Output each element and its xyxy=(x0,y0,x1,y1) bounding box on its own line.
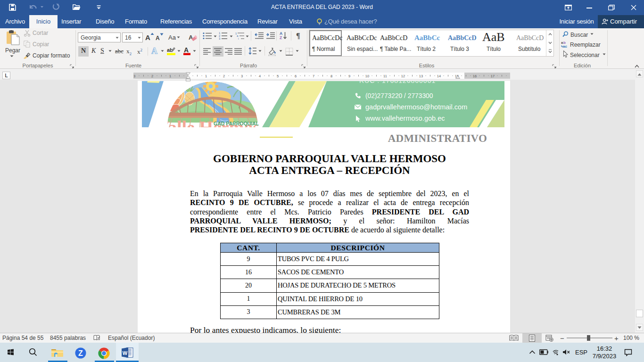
svg-text:8: 8 xyxy=(330,74,332,78)
svg-text:1: 1 xyxy=(205,74,207,78)
svg-text:10: 10 xyxy=(365,74,369,78)
svg-text:ac: ac xyxy=(563,44,567,48)
svg-text:(02)2773220 / 2773300: (02)2773220 / 2773300 xyxy=(365,92,433,99)
svg-text:17: 17 xyxy=(491,74,495,78)
svg-text:2: 2 xyxy=(151,74,153,78)
svg-text:12: 12 xyxy=(401,74,405,78)
svg-text:13: 13 xyxy=(419,74,423,78)
svg-text:7: 7 xyxy=(313,74,314,78)
svg-text:9: 9 xyxy=(348,74,350,78)
svg-text:2: 2 xyxy=(223,74,225,78)
svg-text:GAD PARROQUIAL: GAD PARROQUIAL xyxy=(214,121,259,126)
svg-text:A: A xyxy=(184,46,189,54)
svg-text:3: 3 xyxy=(133,74,135,78)
svg-text:Z: Z xyxy=(78,349,83,357)
svg-text:3: 3 xyxy=(241,74,243,78)
svg-text:5: 5 xyxy=(277,74,279,78)
svg-text:gadprvallehermoso@hotmail.com: gadprvallehermoso@hotmail.com xyxy=(365,103,467,111)
svg-text:i: i xyxy=(238,37,239,40)
svg-text:Z: Z xyxy=(280,35,282,40)
svg-text:1: 1 xyxy=(169,74,171,78)
svg-text:A: A xyxy=(151,46,157,55)
svg-text:3: 3 xyxy=(219,37,221,40)
svg-text:16: 16 xyxy=(473,74,477,78)
svg-text:14: 14 xyxy=(437,74,441,78)
svg-text:6: 6 xyxy=(295,74,297,78)
svg-text:11: 11 xyxy=(383,74,387,78)
svg-text:www.vallehermoso.gob.ec: www.vallehermoso.gob.ec xyxy=(365,115,445,122)
svg-text:4: 4 xyxy=(259,74,261,78)
svg-text:W: W xyxy=(123,350,128,356)
